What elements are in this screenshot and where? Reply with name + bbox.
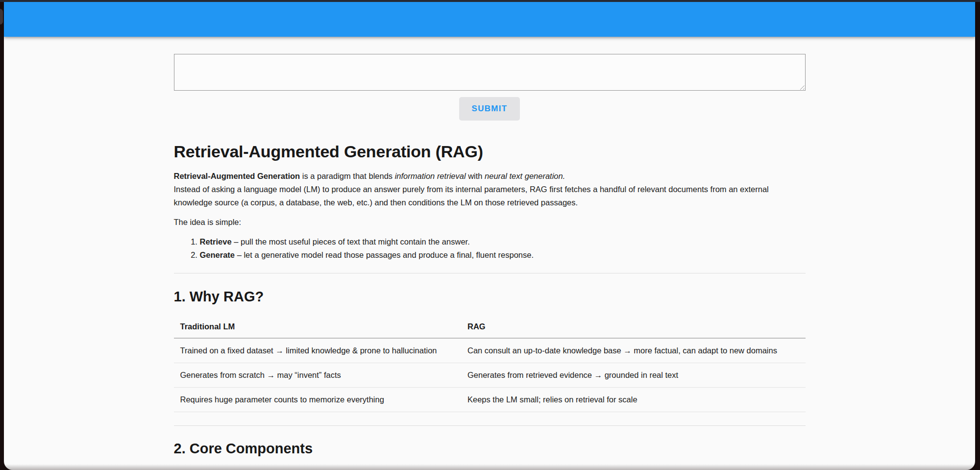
answer-textarea[interactable]: [174, 54, 806, 91]
page-content: SUBMIT Retrieval-Augmented Generation (R…: [174, 54, 806, 457]
answer-textarea-wrapper: [174, 54, 806, 91]
submit-button[interactable]: SUBMIT: [459, 97, 520, 121]
table-cell: Keeps the LM small; relies on retrieval …: [461, 388, 806, 412]
table-cell: Generates from scratch → may “invent” fa…: [174, 363, 461, 388]
table-cell: Generates from retrieved evidence → grou…: [461, 363, 806, 388]
comparison-table: Traditional LM RAG Trained on a fixed da…: [174, 317, 806, 412]
table-cell: Trained on a fixed dataset → limited kno…: [174, 338, 461, 363]
list-item-generate: Generate – let a generative model read t…: [200, 248, 806, 262]
idea-lead-line: The idea is simple:: [174, 216, 806, 229]
intro-paragraph: Retrieval-Augmented Generation is a para…: [174, 170, 806, 209]
table-cell: Requires huge parameter counts to memori…: [174, 388, 461, 412]
section-heading-why-rag: 1. Why RAG?: [174, 289, 806, 305]
page-title: Retrieval-Augmented Generation (RAG): [174, 142, 806, 161]
section-divider: [174, 425, 806, 426]
section-heading-core-components: 2. Core Components: [174, 441, 806, 457]
table-row: Trained on a fixed dataset → limited kno…: [174, 338, 806, 363]
table-header-row: Traditional LM RAG: [174, 317, 806, 338]
table-cell: Can consult an up-to-date knowledge base…: [461, 338, 806, 363]
section-divider: [174, 273, 806, 273]
left-edge-shape: [0, 9, 3, 25]
app-window: SUBMIT Retrieval-Augmented Generation (R…: [4, 2, 975, 470]
list-item-retrieve: Retrieve – pull the most useful pieces o…: [200, 235, 806, 248]
table-row: Generates from scratch → may “invent” fa…: [174, 363, 806, 388]
app-bar: [4, 2, 975, 37]
submit-button-row: SUBMIT: [174, 97, 806, 121]
column-header-traditional-lm: Traditional LM: [174, 317, 461, 338]
table-row: Requires huge parameter counts to memori…: [174, 388, 806, 412]
column-header-rag: RAG: [461, 317, 806, 338]
steps-list: Retrieve – pull the most useful pieces o…: [174, 235, 806, 262]
